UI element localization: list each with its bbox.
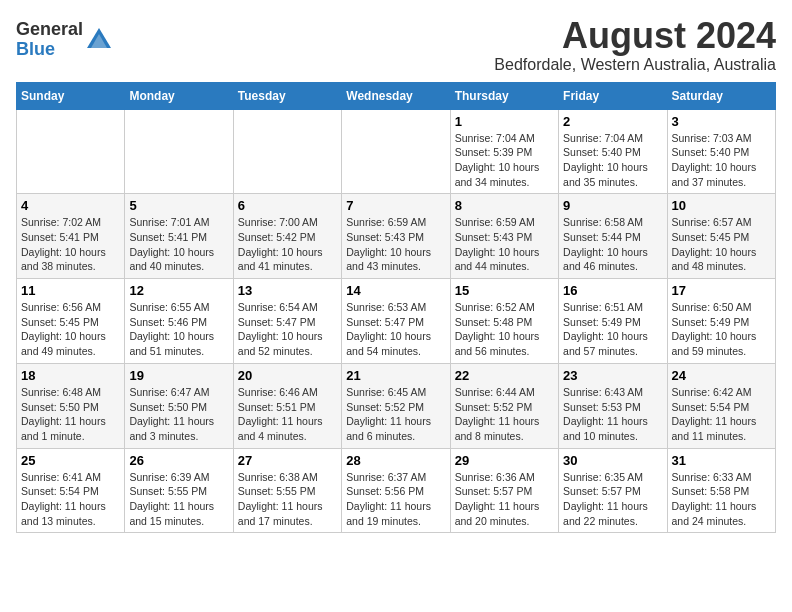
day-header-saturday: Saturday (667, 82, 775, 109)
calendar-week-row: 1Sunrise: 7:04 AM Sunset: 5:39 PM Daylig… (17, 109, 776, 194)
day-info: Sunrise: 6:46 AM Sunset: 5:51 PM Dayligh… (238, 385, 337, 444)
calendar-cell: 13Sunrise: 6:54 AM Sunset: 5:47 PM Dayli… (233, 279, 341, 364)
calendar-header-row: SundayMondayTuesdayWednesdayThursdayFrid… (17, 82, 776, 109)
page-title: August 2024 (494, 16, 776, 56)
day-number: 30 (563, 453, 662, 468)
calendar-cell: 22Sunrise: 6:44 AM Sunset: 5:52 PM Dayli… (450, 363, 558, 448)
day-header-monday: Monday (125, 82, 233, 109)
calendar-week-row: 11Sunrise: 6:56 AM Sunset: 5:45 PM Dayli… (17, 279, 776, 364)
day-number: 29 (455, 453, 554, 468)
day-header-thursday: Thursday (450, 82, 558, 109)
day-header-wednesday: Wednesday (342, 82, 450, 109)
day-number: 13 (238, 283, 337, 298)
day-info: Sunrise: 6:50 AM Sunset: 5:49 PM Dayligh… (672, 300, 771, 359)
calendar-cell: 12Sunrise: 6:55 AM Sunset: 5:46 PM Dayli… (125, 279, 233, 364)
day-info: Sunrise: 6:59 AM Sunset: 5:43 PM Dayligh… (346, 215, 445, 274)
day-info: Sunrise: 6:54 AM Sunset: 5:47 PM Dayligh… (238, 300, 337, 359)
day-number: 24 (672, 368, 771, 383)
day-info: Sunrise: 6:42 AM Sunset: 5:54 PM Dayligh… (672, 385, 771, 444)
calendar-cell: 15Sunrise: 6:52 AM Sunset: 5:48 PM Dayli… (450, 279, 558, 364)
calendar-cell: 27Sunrise: 6:38 AM Sunset: 5:55 PM Dayli… (233, 448, 341, 533)
day-info: Sunrise: 6:56 AM Sunset: 5:45 PM Dayligh… (21, 300, 120, 359)
day-info: Sunrise: 6:35 AM Sunset: 5:57 PM Dayligh… (563, 470, 662, 529)
calendar-cell: 16Sunrise: 6:51 AM Sunset: 5:49 PM Dayli… (559, 279, 667, 364)
day-number: 23 (563, 368, 662, 383)
calendar-cell: 30Sunrise: 6:35 AM Sunset: 5:57 PM Dayli… (559, 448, 667, 533)
day-number: 14 (346, 283, 445, 298)
day-number: 6 (238, 198, 337, 213)
day-number: 4 (21, 198, 120, 213)
day-info: Sunrise: 7:04 AM Sunset: 5:40 PM Dayligh… (563, 131, 662, 190)
calendar-cell: 3Sunrise: 7:03 AM Sunset: 5:40 PM Daylig… (667, 109, 775, 194)
calendar-cell: 2Sunrise: 7:04 AM Sunset: 5:40 PM Daylig… (559, 109, 667, 194)
day-number: 25 (21, 453, 120, 468)
calendar-cell: 1Sunrise: 7:04 AM Sunset: 5:39 PM Daylig… (450, 109, 558, 194)
day-info: Sunrise: 6:58 AM Sunset: 5:44 PM Dayligh… (563, 215, 662, 274)
calendar-cell (233, 109, 341, 194)
calendar-cell: 5Sunrise: 7:01 AM Sunset: 5:41 PM Daylig… (125, 194, 233, 279)
day-info: Sunrise: 6:37 AM Sunset: 5:56 PM Dayligh… (346, 470, 445, 529)
day-info: Sunrise: 6:39 AM Sunset: 5:55 PM Dayligh… (129, 470, 228, 529)
day-info: Sunrise: 6:48 AM Sunset: 5:50 PM Dayligh… (21, 385, 120, 444)
day-number: 12 (129, 283, 228, 298)
day-number: 2 (563, 114, 662, 129)
calendar-cell: 28Sunrise: 6:37 AM Sunset: 5:56 PM Dayli… (342, 448, 450, 533)
day-info: Sunrise: 6:36 AM Sunset: 5:57 PM Dayligh… (455, 470, 554, 529)
calendar-cell: 6Sunrise: 7:00 AM Sunset: 5:42 PM Daylig… (233, 194, 341, 279)
day-number: 7 (346, 198, 445, 213)
calendar-cell: 8Sunrise: 6:59 AM Sunset: 5:43 PM Daylig… (450, 194, 558, 279)
calendar-cell: 4Sunrise: 7:02 AM Sunset: 5:41 PM Daylig… (17, 194, 125, 279)
day-info: Sunrise: 7:03 AM Sunset: 5:40 PM Dayligh… (672, 131, 771, 190)
logo-blue: Blue (16, 39, 55, 59)
day-info: Sunrise: 6:44 AM Sunset: 5:52 PM Dayligh… (455, 385, 554, 444)
day-number: 31 (672, 453, 771, 468)
calendar-cell: 23Sunrise: 6:43 AM Sunset: 5:53 PM Dayli… (559, 363, 667, 448)
day-number: 11 (21, 283, 120, 298)
day-number: 17 (672, 283, 771, 298)
calendar-cell: 26Sunrise: 6:39 AM Sunset: 5:55 PM Dayli… (125, 448, 233, 533)
day-number: 5 (129, 198, 228, 213)
day-info: Sunrise: 7:04 AM Sunset: 5:39 PM Dayligh… (455, 131, 554, 190)
calendar-cell: 7Sunrise: 6:59 AM Sunset: 5:43 PM Daylig… (342, 194, 450, 279)
day-number: 21 (346, 368, 445, 383)
calendar-cell: 24Sunrise: 6:42 AM Sunset: 5:54 PM Dayli… (667, 363, 775, 448)
calendar-cell: 21Sunrise: 6:45 AM Sunset: 5:52 PM Dayli… (342, 363, 450, 448)
calendar-cell: 11Sunrise: 6:56 AM Sunset: 5:45 PM Dayli… (17, 279, 125, 364)
calendar-cell (125, 109, 233, 194)
title-block: August 2024 Bedfordale, Western Australi… (494, 16, 776, 74)
calendar-week-row: 4Sunrise: 7:02 AM Sunset: 5:41 PM Daylig… (17, 194, 776, 279)
day-number: 19 (129, 368, 228, 383)
day-number: 18 (21, 368, 120, 383)
calendar-week-row: 18Sunrise: 6:48 AM Sunset: 5:50 PM Dayli… (17, 363, 776, 448)
day-info: Sunrise: 6:41 AM Sunset: 5:54 PM Dayligh… (21, 470, 120, 529)
page-header: General Blue August 2024 Bedfordale, Wes… (16, 16, 776, 74)
calendar-cell: 29Sunrise: 6:36 AM Sunset: 5:57 PM Dayli… (450, 448, 558, 533)
calendar-cell (17, 109, 125, 194)
calendar-cell (342, 109, 450, 194)
day-number: 16 (563, 283, 662, 298)
day-info: Sunrise: 7:01 AM Sunset: 5:41 PM Dayligh… (129, 215, 228, 274)
calendar-cell: 18Sunrise: 6:48 AM Sunset: 5:50 PM Dayli… (17, 363, 125, 448)
day-number: 22 (455, 368, 554, 383)
day-number: 26 (129, 453, 228, 468)
page-subtitle: Bedfordale, Western Australia, Australia (494, 56, 776, 74)
logo: General Blue (16, 20, 113, 60)
day-header-friday: Friday (559, 82, 667, 109)
calendar-cell: 31Sunrise: 6:33 AM Sunset: 5:58 PM Dayli… (667, 448, 775, 533)
calendar-table: SundayMondayTuesdayWednesdayThursdayFrid… (16, 82, 776, 534)
day-info: Sunrise: 6:38 AM Sunset: 5:55 PM Dayligh… (238, 470, 337, 529)
day-number: 10 (672, 198, 771, 213)
day-info: Sunrise: 6:33 AM Sunset: 5:58 PM Dayligh… (672, 470, 771, 529)
calendar-cell: 25Sunrise: 6:41 AM Sunset: 5:54 PM Dayli… (17, 448, 125, 533)
day-info: Sunrise: 6:47 AM Sunset: 5:50 PM Dayligh… (129, 385, 228, 444)
logo-icon (85, 26, 113, 54)
day-number: 28 (346, 453, 445, 468)
day-header-tuesday: Tuesday (233, 82, 341, 109)
calendar-cell: 14Sunrise: 6:53 AM Sunset: 5:47 PM Dayli… (342, 279, 450, 364)
calendar-cell: 17Sunrise: 6:50 AM Sunset: 5:49 PM Dayli… (667, 279, 775, 364)
calendar-cell: 10Sunrise: 6:57 AM Sunset: 5:45 PM Dayli… (667, 194, 775, 279)
day-info: Sunrise: 6:43 AM Sunset: 5:53 PM Dayligh… (563, 385, 662, 444)
day-info: Sunrise: 6:51 AM Sunset: 5:49 PM Dayligh… (563, 300, 662, 359)
day-number: 3 (672, 114, 771, 129)
day-number: 27 (238, 453, 337, 468)
